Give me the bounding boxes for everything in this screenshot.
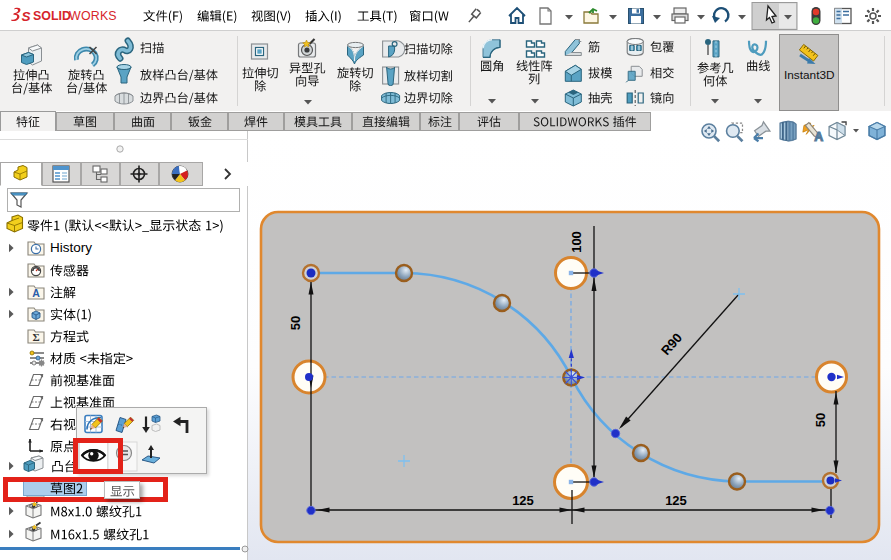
svg-text:50: 50 [288,316,303,330]
svg-text:Σ: Σ [33,331,40,343]
svg-text:WORKS: WORKS [69,9,117,23]
svg-text:100: 100 [569,231,584,253]
svg-text:SOLID: SOLID [33,9,71,23]
svg-text:125: 125 [512,493,534,508]
svg-text:50: 50 [813,413,828,427]
svg-text:A: A [32,287,40,299]
svg-text:125: 125 [665,493,687,508]
svg-text:S: S [22,9,31,24]
